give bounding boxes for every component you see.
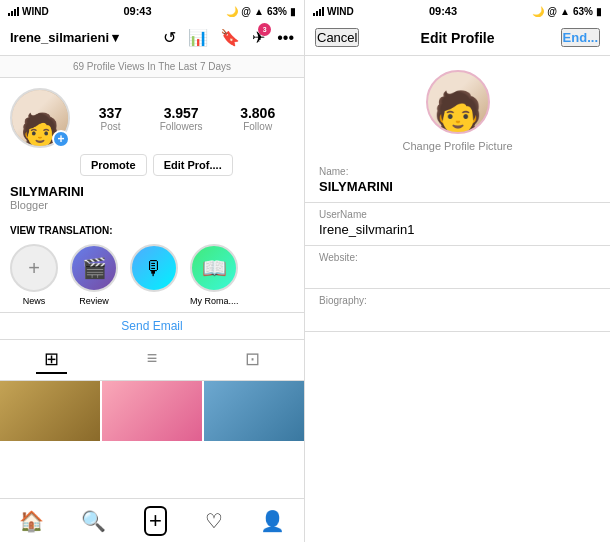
direct-icon[interactable]: ✈ 3 [252, 28, 265, 47]
highlight-mic[interactable]: 🎙 [130, 244, 178, 306]
nav-icons: ↺ 📊 🔖 ✈ 3 ••• [163, 28, 294, 47]
add-story-button[interactable]: + [52, 130, 70, 148]
photo-cell-3[interactable] [204, 381, 304, 441]
at-icon: @ [241, 6, 251, 17]
right-top-nav-inner: Cancel Edit Profile End... [315, 28, 600, 47]
wifi-left: ▲ [254, 6, 264, 17]
bio-tag: Blogger [10, 199, 294, 211]
at-icon-right: @ [547, 6, 557, 17]
tab-list[interactable]: ≡ [139, 346, 166, 374]
biography-value[interactable] [319, 306, 596, 325]
stats-section: 337 Post 3.957 Followers 3.806 Follow [80, 105, 294, 132]
promote-button[interactable]: Promote [80, 154, 147, 176]
edit-fields: Name: SILYMARINI UserName Irene_silvmari… [305, 160, 610, 542]
right-status-bar: WIND 09:43 🌙 @ ▲ 63% ▮ [305, 0, 610, 20]
battery-pct-left: 63% [267, 6, 287, 17]
username-nav[interactable]: Irene_silmarieni ▾ [10, 30, 119, 45]
history-icon[interactable]: ↺ [163, 28, 176, 47]
field-biography: Biography: [305, 289, 610, 332]
likes-icon[interactable]: ♡ [205, 509, 223, 533]
search-nav-icon[interactable]: 🔍 [81, 509, 106, 533]
bottom-nav: 🏠 🔍 + ♡ 👤 [0, 498, 304, 542]
battery-pct-right: 63% [573, 6, 593, 17]
cancel-button[interactable]: Cancel [315, 28, 359, 47]
view-translation-label: VIEW TRANSLATION: [10, 225, 294, 236]
avatar-wrapper: 🧑 + [10, 88, 70, 148]
username-label: Irene_silmarieni [10, 30, 109, 45]
bookmark-icon[interactable]: 🔖 [220, 28, 240, 47]
followers-count: 3.957 [164, 105, 199, 121]
views-banner: 69 Profile Views In The Last 7 Days [0, 56, 304, 78]
home-icon[interactable]: 🏠 [19, 509, 44, 533]
highlight-roma-circle: 📖 [190, 244, 238, 292]
left-status-bar: WIND 09:43 🌙 @ ▲ 63% ▮ [0, 0, 304, 20]
tab-grid[interactable]: ⊞ [36, 346, 67, 374]
highlights-section: VIEW TRANSLATION: + News 🎬 Review 🎙 [0, 219, 304, 312]
stat-following: 3.806 Follow [240, 105, 275, 132]
profile-section: 🧑 + 337 Post 3.957 Followers 3.806 Follo… [0, 78, 304, 154]
name-value[interactable]: SILYMARINI [319, 177, 596, 196]
posts-count: 337 [99, 105, 122, 121]
right-panel: WIND 09:43 🌙 @ ▲ 63% ▮ Cancel Edit Profi… [305, 0, 610, 542]
chevron-down-icon: ▾ [112, 30, 119, 45]
carrier-right: WIND [327, 6, 354, 17]
edit-profile-button[interactable]: Edit Prof.... [153, 154, 233, 176]
battery-icon-right: ▮ [596, 6, 602, 17]
highlight-news-label: News [23, 296, 46, 306]
highlight-mic-circle: 🎙 [130, 244, 178, 292]
left-panel: WIND 09:43 🌙 @ ▲ 63% ▮ Irene_silmarieni … [0, 0, 305, 542]
chart-icon[interactable]: 📊 [188, 28, 208, 47]
username-label-field: UserName [319, 209, 596, 220]
time-right: 09:43 [429, 5, 457, 17]
following-label: Follow [243, 121, 272, 132]
biography-label: Biography: [319, 295, 596, 306]
highlight-review-circle: 🎬 [70, 244, 118, 292]
right-avatar[interactable]: 🧑 [426, 70, 490, 134]
add-highlight-item[interactable]: + News [10, 244, 58, 306]
highlight-review[interactable]: 🎬 Review [70, 244, 118, 306]
right-status-right: 🌙 @ ▲ 63% ▮ [532, 6, 602, 17]
highlight-review-icon: 🎬 [82, 256, 107, 280]
left-status-left: WIND [8, 6, 49, 17]
carrier-left: WIND [22, 6, 49, 17]
photo-cell-1[interactable] [0, 381, 100, 441]
change-pic-text[interactable]: Change Profile Picture [402, 140, 512, 152]
username-value[interactable]: Irene_silvmarin1 [319, 220, 596, 239]
tab-tagged[interactable]: ⊡ [237, 346, 268, 374]
posts-label: Post [100, 121, 120, 132]
left-top-nav: Irene_silmarieni ▾ ↺ 📊 🔖 ✈ 3 ••• [0, 20, 304, 56]
highlight-roma-icon: 📖 [202, 256, 227, 280]
field-username: UserName Irene_silvmarin1 [305, 203, 610, 246]
highlights-row: + News 🎬 Review 🎙 📖 [10, 244, 294, 306]
highlight-roma-label: My Roma.... [190, 296, 239, 306]
highlight-mic-icon: 🎙 [144, 257, 164, 280]
photo-cell-2[interactable] [102, 381, 202, 441]
stat-followers: 3.957 Followers [160, 105, 203, 132]
add-highlight-icon: + [28, 257, 40, 280]
followers-label: Followers [160, 121, 203, 132]
add-highlight-circle: + [10, 244, 58, 292]
end-button[interactable]: End... [561, 28, 600, 47]
wifi-right: ▲ [560, 6, 570, 17]
right-status-left: WIND [313, 6, 354, 17]
more-icon[interactable]: ••• [277, 29, 294, 47]
field-name: Name: SILYMARINI [305, 160, 610, 203]
website-value[interactable] [319, 263, 596, 282]
right-avatar-person: 🧑 [433, 92, 483, 132]
moon-icon-right: 🌙 [532, 6, 544, 17]
field-website: Website: [305, 246, 610, 289]
left-status-right: 🌙 @ ▲ 63% ▮ [226, 6, 296, 17]
highlight-review-label: Review [79, 296, 109, 306]
signal-bars [8, 6, 19, 16]
right-avatar-section: 🧑 Change Profile Picture [305, 56, 610, 160]
bio-section: SILYMARINI Blogger [0, 184, 304, 219]
send-email-button[interactable]: Send Email [0, 312, 304, 340]
name-label: Name: [319, 166, 596, 177]
right-signal-bars [313, 6, 324, 16]
highlight-roma[interactable]: 📖 My Roma.... [190, 244, 239, 306]
add-post-icon[interactable]: + [144, 506, 167, 536]
right-top-nav: Cancel Edit Profile End... [305, 20, 610, 56]
edit-profile-title: Edit Profile [421, 30, 495, 46]
profile-nav-icon[interactable]: 👤 [260, 509, 285, 533]
grid-tabs: ⊞ ≡ ⊡ [0, 340, 304, 381]
